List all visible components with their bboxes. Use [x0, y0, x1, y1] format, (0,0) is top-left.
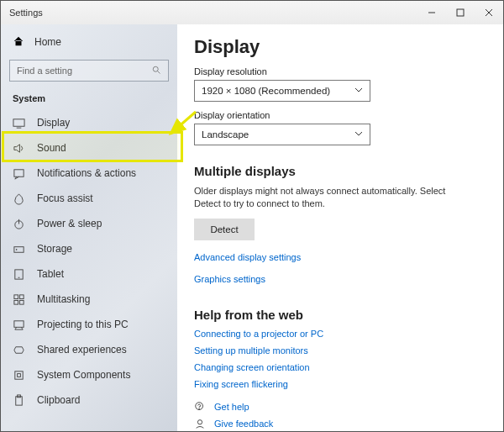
sidebar-item-label: Shared experiences — [37, 344, 127, 356]
sidebar-item-label: System Components — [37, 369, 130, 381]
svg-rect-15 — [14, 294, 18, 298]
get-help-link[interactable]: Get help — [194, 401, 486, 413]
svg-rect-18 — [19, 300, 24, 304]
display-icon — [13, 117, 25, 129]
sidebar-item-notifications[interactable]: Notifications & actions — [1, 161, 177, 186]
svg-point-12 — [16, 249, 17, 250]
graphics-settings-link[interactable]: Graphics settings — [194, 274, 486, 284]
shared-experiences-icon — [13, 344, 25, 356]
resolution-dropdown[interactable]: 1920 × 1080 (Recommended) — [194, 80, 370, 102]
sidebar-item-label: Multitasking — [37, 293, 90, 305]
sidebar-item-label: Display — [37, 117, 70, 129]
svg-rect-21 — [18, 373, 21, 377]
multitasking-icon — [13, 293, 25, 306]
help-link-projector[interactable]: Connecting to a projector or PC — [194, 329, 486, 339]
sidebar-item-label: Power & sleep — [37, 218, 102, 229]
svg-rect-17 — [14, 300, 18, 304]
sidebar-item-multitasking[interactable]: Multitasking — [1, 287, 177, 312]
sidebar-item-label: Storage — [37, 243, 72, 255]
chevron-down-icon — [354, 86, 363, 96]
svg-rect-6 — [13, 119, 24, 125]
sidebar-item-clipboard[interactable]: Clipboard — [1, 387, 177, 413]
search-icon — [151, 65, 161, 76]
sidebar-item-display[interactable]: Display — [1, 110, 177, 135]
svg-rect-20 — [15, 371, 23, 378]
notifications-icon — [13, 167, 25, 180]
svg-rect-22 — [16, 396, 23, 404]
sidebar: Home Find a setting System Display Sound… — [1, 24, 177, 431]
sidebar-home[interactable]: Home — [1, 29, 177, 55]
clipboard-icon — [13, 394, 25, 407]
close-button[interactable] — [475, 1, 503, 24]
focus-assist-icon — [13, 192, 25, 205]
help-icon — [194, 401, 206, 413]
help-link-flickering[interactable]: Fixing screen flickering — [194, 379, 486, 389]
help-link-orientation[interactable]: Changing screen orientation — [194, 362, 486, 372]
sidebar-item-label: Sound — [37, 142, 66, 154]
detect-button[interactable]: Detect — [194, 219, 255, 240]
sidebar-item-tablet[interactable]: Tablet — [1, 261, 177, 287]
resolution-value: 1920 × 1080 (Recommended) — [202, 86, 330, 96]
svg-point-25 — [199, 408, 200, 409]
sidebar-item-projecting[interactable]: Projecting to this PC — [1, 312, 177, 337]
svg-rect-8 — [14, 169, 24, 176]
window-title: Settings — [9, 8, 43, 18]
orientation-label: Display orientation — [194, 110, 486, 120]
feedback-icon — [194, 418, 206, 429]
orientation-dropdown[interactable]: Landscape — [194, 124, 370, 145]
search-placeholder: Find a setting — [17, 66, 72, 76]
home-icon — [13, 35, 24, 50]
maximize-button[interactable] — [446, 1, 475, 24]
page-title: Display — [194, 36, 486, 58]
svg-rect-11 — [14, 246, 24, 252]
multiple-displays-heading: Multiple displays — [194, 164, 486, 178]
storage-icon — [13, 243, 25, 256]
orientation-value: Landscape — [202, 129, 249, 140]
tablet-icon — [13, 268, 25, 281]
power-icon — [13, 218, 25, 230]
sidebar-group-system: System — [1, 90, 177, 110]
minimize-button[interactable] — [417, 1, 446, 24]
sidebar-item-label: Tablet — [37, 268, 64, 280]
sidebar-item-label: Focus assist — [37, 192, 93, 204]
sidebar-item-sound[interactable]: Sound — [1, 135, 177, 161]
sidebar-home-label: Home — [34, 36, 61, 48]
multiple-displays-desc: Older displays might not always connect … — [194, 185, 471, 210]
projecting-icon — [13, 319, 25, 331]
sound-icon — [13, 142, 25, 155]
sidebar-item-focus-assist[interactable]: Focus assist — [1, 186, 177, 211]
help-heading: Help from the web — [194, 308, 486, 322]
svg-rect-16 — [19, 294, 24, 298]
svg-rect-19 — [14, 320, 24, 327]
svg-line-5 — [158, 71, 160, 74]
content-panel: Display Display resolution 1920 × 1080 (… — [177, 24, 503, 431]
help-link-monitors[interactable]: Setting up multiple monitors — [194, 345, 486, 356]
sidebar-item-label: Clipboard — [37, 394, 80, 406]
svg-rect-1 — [457, 9, 464, 16]
sidebar-item-storage[interactable]: Storage — [1, 236, 177, 261]
settings-window: Settings Home Find a setting System Disp… — [0, 0, 504, 432]
svg-point-4 — [153, 66, 158, 71]
sidebar-item-shared-experiences[interactable]: Shared experiences — [1, 337, 177, 362]
window-controls — [417, 1, 503, 24]
sidebar-item-power-sleep[interactable]: Power & sleep — [1, 211, 177, 236]
advanced-display-link[interactable]: Advanced display settings — [194, 252, 486, 262]
sidebar-search[interactable]: Find a setting — [9, 60, 169, 82]
resolution-label: Display resolution — [194, 66, 486, 76]
chevron-down-icon — [354, 129, 363, 140]
sidebar-item-label: Notifications & actions — [37, 167, 136, 179]
components-icon — [13, 369, 25, 382]
svg-point-26 — [197, 419, 202, 424]
titlebar: Settings — [1, 1, 503, 24]
sidebar-item-system-components[interactable]: System Components — [1, 362, 177, 387]
give-feedback-link[interactable]: Give feedback — [194, 418, 486, 429]
sidebar-item-label: Projecting to this PC — [37, 319, 129, 330]
